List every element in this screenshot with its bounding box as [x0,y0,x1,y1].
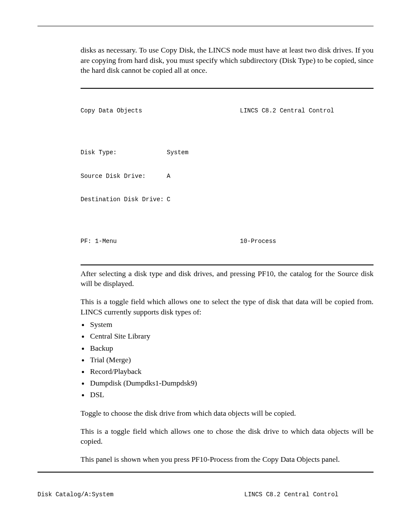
list-item: Trial (Merge) [89,354,374,366]
disk-catalog-panel: Disk Catalog/A:System LINCS C8.2 Central… [37,472,374,532]
dest-drive-label: Destination Disk Drive: [81,196,167,203]
list-item: Dumpdisk (Dumpdks1-Dumpdsk9) [89,377,374,389]
list-item: Record/Playback [89,366,374,377]
source-toggle-paragraph: Toggle to choose the disk drive from whi… [81,408,374,419]
toggle-intro-paragraph: This is a toggle field which allows one … [81,297,374,317]
panel1-pf-left: PF: 1-Menu [81,237,240,245]
list-item: System [89,319,374,330]
after-panel1-paragraph: After selecting a disk type and disk dri… [81,269,374,289]
panel2-title-left: Disk Catalog/A:System [37,491,244,498]
panel2-title-right: LINCS C8.2 Central Control [244,491,338,498]
dest-drive-value: C [167,196,170,203]
catalog-intro-paragraph: This panel is shown when you press PF10-… [81,454,374,465]
intro-paragraph: disks as necessary. To use Copy Disk, th… [81,45,374,76]
panel1-title-left: Copy Data Objects [81,107,240,115]
panel1-title-right: LINCS C8.2 Central Control [240,107,334,115]
document-page: disks as necessary. To use Copy Disk, th… [0,0,411,532]
top-rule [37,26,374,26]
disk-type-label: Disk Type: [81,149,167,156]
dest-toggle-paragraph: This is a toggle field which allows one … [81,426,374,447]
disk-types-list: System Central Site Library Backup Trial… [81,319,374,401]
panel1-pf-right: 10-Process [240,237,276,245]
list-item: DSL [89,389,374,401]
list-item: Backup [89,342,374,354]
source-drive-label: Source Disk Drive: [81,172,167,180]
source-drive-value: A [167,172,170,180]
list-item: Central Site Library [89,330,374,342]
disk-type-value: System [167,149,188,156]
copy-data-objects-panel: Copy Data Objects LINCS C8.2 Central Con… [81,88,374,265]
